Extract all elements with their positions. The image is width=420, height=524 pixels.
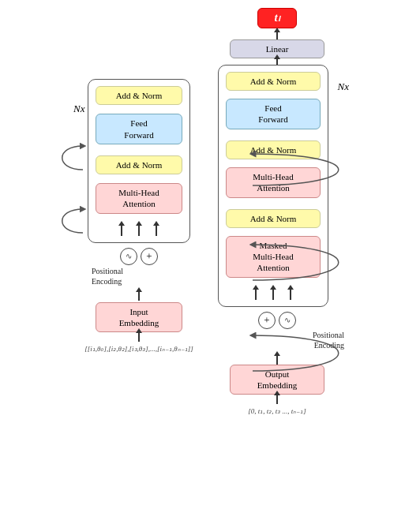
decoder-wave-icon: ∿	[279, 312, 296, 329]
encoder-plus-icon: +	[141, 248, 158, 265]
enc-arrow-3	[156, 225, 157, 236]
decoder-add-norm-3: Add & Norm	[226, 72, 321, 91]
enc-arrow-2	[138, 225, 140, 236]
encoder-input-label: [[i₁,θ₀],[i₂,θ₂],[i₃,θ₃],...,[iₙ₋₁,θₙ₋₁]…	[84, 345, 194, 353]
encoder-column: Nx Add & Norm FeedForward Add & Norm Mul…	[84, 79, 194, 353]
encoder-feed-forward: FeedForward	[96, 114, 182, 144]
encoder-add-norm-top: Add & Norm	[96, 86, 182, 105]
decoder-pos-sym-row: + ∿	[258, 312, 296, 329]
dec-embed-arrow	[276, 355, 278, 365]
dec-arrow-1	[255, 289, 257, 300]
encoder-pos-encoding-label: PositionalEncoding	[92, 266, 178, 286]
enc-input-arrow	[138, 332, 140, 342]
decoder-pos-encoding-label: PositionalEncoding	[249, 330, 344, 350]
encoder-nx-label: Nx	[73, 103, 84, 115]
decoder-feed-forward: FeedForward	[226, 99, 321, 129]
enc-arrow-1	[121, 225, 122, 236]
decoder-stack-box: Add & Norm FeedForward Add & Norm Multi-…	[218, 65, 328, 307]
decoder-masked-multi-head: MaskedMulti-HeadAttention	[226, 236, 321, 278]
dec-arrow-3	[290, 289, 291, 300]
encoder-pos-sym-row: ∿ +	[120, 248, 158, 265]
output-token-label: tᵢ	[274, 11, 279, 24]
decoder-add-norm-2: Add & Norm	[226, 140, 321, 159]
encoder-add-norm-bottom: Add & Norm	[96, 155, 182, 174]
dec-linear-arrow	[276, 32, 278, 39]
decoder-multi-head: Multi-HeadAttention	[226, 167, 321, 198]
dec-arrow-2	[272, 289, 274, 300]
encoder-multi-head: Multi-HeadAttention	[96, 183, 182, 214]
decoder-column: tᵢ Linear Nx Add & Norm FeedForward Add …	[218, 8, 336, 415]
decoder-output-label: [0, t₁, t₂, t₃ ..., tₙ₋₁]	[218, 407, 336, 415]
dec-arrow-top	[276, 58, 278, 65]
decoder-output-token: tᵢ	[257, 8, 297, 28]
enc-embed-arrow	[138, 291, 140, 301]
encoder-stack-box: Add & Norm FeedForward Add & Norm Multi-…	[88, 79, 190, 243]
dec-input-arrow	[276, 395, 278, 404]
decoder-plus-icon: +	[258, 312, 276, 329]
decoder-nx-label: Nx	[338, 80, 349, 93]
encoder-wave-icon: ∿	[120, 248, 137, 265]
diagram: Nx Add & Norm FeedForward Add & Norm Mul…	[0, 0, 420, 423]
decoder-add-norm-1: Add & Norm	[226, 209, 321, 228]
